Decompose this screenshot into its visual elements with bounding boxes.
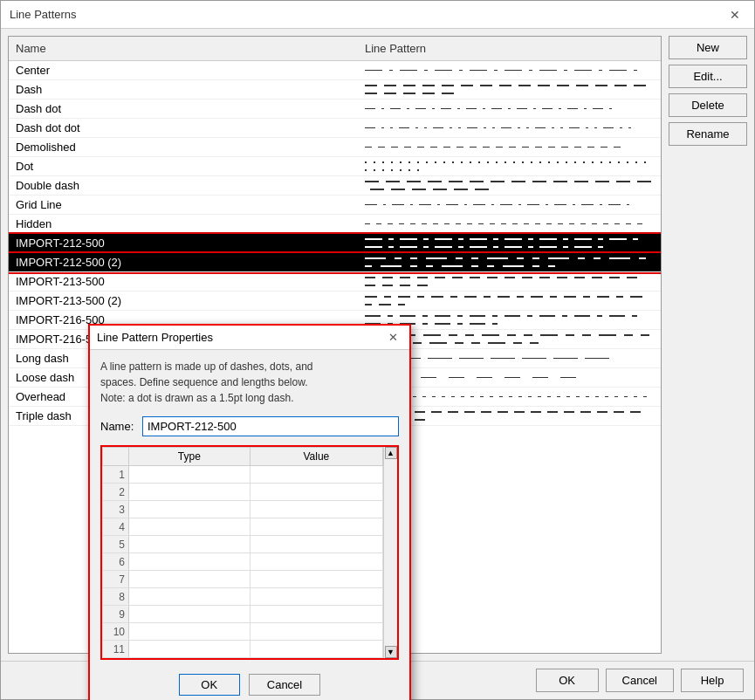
list-row[interactable]: IMPORT-213-500: [9, 272, 661, 292]
pattern-column-header: Line Pattern: [358, 40, 661, 57]
title-bar: Line Patterns ✕: [1, 1, 754, 29]
row-number: 2: [103, 484, 129, 501]
table-row: 10: [103, 623, 397, 641]
list-row[interactable]: IMPORT-212-500: [9, 234, 661, 253]
scroll-up-button[interactable]: ▲: [385, 447, 397, 459]
row-number: 4: [103, 518, 129, 536]
row-pattern: [358, 216, 661, 233]
value-cell[interactable]: [250, 571, 382, 588]
type-cell[interactable]: [129, 501, 251, 518]
type-cell[interactable]: [129, 641, 251, 658]
sub-dialog-body: A line pattern is made up of dashes, dot…: [90, 350, 409, 700]
help-button[interactable]: Help: [681, 669, 744, 692]
row-name: Grid Line: [9, 196, 358, 213]
value-cell[interactable]: [250, 484, 382, 501]
rename-button[interactable]: Rename: [669, 122, 747, 146]
row-pattern: [358, 273, 661, 291]
row-number: 11: [103, 641, 129, 658]
list-row[interactable]: Dash dot: [9, 100, 661, 119]
list-row[interactable]: Grid Line: [9, 196, 661, 215]
row-name: Dash: [9, 81, 358, 98]
list-row[interactable]: Double dash: [9, 176, 661, 196]
sub-cancel-button[interactable]: Cancel: [249, 674, 320, 696]
row-name: IMPORT-212-500: [9, 235, 358, 251]
row-number: 7: [103, 571, 129, 588]
row-name: IMPORT-213-500 (2): [9, 292, 358, 309]
list-header: Name Line Pattern: [9, 37, 661, 61]
delete-button[interactable]: Delete: [669, 93, 747, 117]
type-cell[interactable]: [129, 466, 251, 484]
list-row[interactable]: Dash: [9, 80, 661, 100]
empty-col-header: [103, 448, 129, 466]
table-row: 1: [103, 466, 397, 484]
table-row: 7: [103, 571, 397, 588]
row-pattern: [358, 81, 661, 99]
ok-button[interactable]: OK: [536, 669, 599, 692]
type-cell[interactable]: [129, 484, 251, 501]
row-pattern: [358, 120, 661, 137]
row-number: 9: [103, 606, 129, 623]
dialog-title: Line Patterns: [10, 8, 77, 21]
table-row: 5: [103, 536, 397, 553]
cancel-button[interactable]: Cancel: [606, 669, 674, 692]
row-name: Dash dot: [9, 100, 358, 117]
value-cell[interactable]: [250, 588, 382, 606]
sub-dialog-title-text: Line Pattern Properties: [97, 331, 213, 344]
value-cell[interactable]: [250, 641, 382, 658]
list-row[interactable]: IMPORT-212-500 (2): [9, 253, 661, 272]
row-pattern: [358, 254, 661, 271]
sub-dialog-buttons: OK Cancel: [100, 669, 399, 700]
value-cell[interactable]: [250, 518, 382, 536]
value-cell[interactable]: [250, 536, 382, 553]
value-cell[interactable]: [250, 606, 382, 623]
list-row[interactable]: Hidden: [9, 215, 661, 234]
type-cell[interactable]: [129, 536, 251, 553]
table-row: 4: [103, 518, 397, 536]
list-row[interactable]: IMPORT-213-500 (2): [9, 292, 661, 311]
row-pattern: [358, 177, 661, 195]
list-row[interactable]: Dash dot dot: [9, 119, 661, 138]
list-row[interactable]: Center: [9, 61, 661, 80]
list-row[interactable]: Demolished: [9, 138, 661, 157]
type-cell[interactable]: [129, 518, 251, 536]
row-pattern: [358, 158, 661, 175]
table-row: 11: [103, 641, 397, 658]
row-number: 6: [103, 553, 129, 571]
value-cell[interactable]: [250, 553, 382, 571]
name-label: Name:: [100, 420, 135, 433]
name-column-header: Name: [9, 40, 358, 57]
value-cell[interactable]: [250, 623, 382, 641]
type-cell[interactable]: [129, 553, 251, 571]
table-wrap: Type Value 1234567891011 ▲ ▼: [100, 445, 399, 660]
value-cell[interactable]: [250, 466, 382, 484]
close-button[interactable]: ✕: [724, 6, 745, 24]
edit-button[interactable]: Edit...: [669, 65, 747, 88]
side-buttons-panel: New Edit... Delete Rename: [669, 36, 747, 654]
name-input[interactable]: [142, 416, 399, 436]
sub-dialog-close-button[interactable]: ✕: [384, 330, 402, 345]
row-pattern: [358, 139, 661, 156]
sub-ok-button[interactable]: OK: [179, 674, 240, 696]
row-pattern: [358, 62, 661, 79]
type-col-header: Type: [129, 448, 251, 466]
type-cell[interactable]: [129, 588, 251, 606]
row-number: 1: [103, 466, 129, 484]
type-cell[interactable]: [129, 623, 251, 641]
row-number: 10: [103, 623, 129, 641]
row-name: IMPORT-212-500 (2): [9, 254, 358, 271]
new-button[interactable]: New: [669, 36, 747, 59]
list-row[interactable]: Dot: [9, 157, 661, 176]
sub-dialog-description: A line pattern is made up of dashes, dot…: [100, 359, 399, 406]
row-pattern: [358, 235, 661, 252]
scroll-down-button[interactable]: ▼: [385, 646, 397, 658]
type-cell[interactable]: [129, 571, 251, 588]
row-number: 5: [103, 536, 129, 553]
row-pattern: [358, 100, 661, 118]
table-row: 6: [103, 553, 397, 571]
table-scrollbar: ▲ ▼: [383, 447, 397, 658]
value-cell[interactable]: [250, 501, 382, 518]
table-row: 9: [103, 606, 397, 623]
table-row: 8: [103, 588, 397, 606]
type-cell[interactable]: [129, 606, 251, 623]
table-row: 3: [103, 501, 397, 518]
